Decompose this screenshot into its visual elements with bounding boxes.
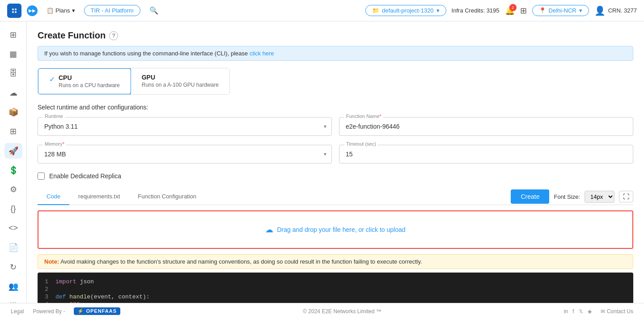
apps-grid-icon[interactable]: ⊞ xyxy=(520,6,527,16)
code-line-3: 3 def handle(event, context): xyxy=(38,293,633,301)
folder-icon: 📁 xyxy=(372,7,379,14)
section-label: Select runtime and other configurations: xyxy=(38,104,633,111)
sidebar-item-billing[interactable]: 💲 xyxy=(4,162,22,178)
footer-legal[interactable]: Legal xyxy=(11,308,24,315)
chevron-down-icon: ▾ xyxy=(579,7,582,14)
runtime-select[interactable]: Python 3.11 Python 3.10 Python 3.9 Node.… xyxy=(38,117,332,136)
twitter-icon[interactable]: 𝕏 xyxy=(579,308,583,315)
sidebar-item-grid[interactable]: ⊞ xyxy=(4,124,22,139)
sidebar-item-storage[interactable]: 📦 xyxy=(4,104,22,120)
page-title-area: Create Function ? xyxy=(38,30,633,41)
svg-rect-3 xyxy=(12,11,14,13)
location-icon: 📍 xyxy=(539,7,546,14)
note-label: Note: xyxy=(44,258,59,265)
sidebar: ⊞ ▦ 🗄 ☁ 📦 ⊞ 🚀 💲 ⚙ {} <> 📄 ↻ 👥 🛡 xyxy=(0,21,27,319)
memory-field: Memory* 128 MB 256 MB 512 MB 1 GB ▾ xyxy=(38,145,332,164)
tab-actions: Create Font Size: 12px 13px 14px 16px 18… xyxy=(511,189,633,204)
app-logo xyxy=(7,4,21,18)
code-line-2: 2 xyxy=(38,285,633,293)
info-banner: If you wish to manage functions using th… xyxy=(38,46,633,61)
hw-option-gpu[interactable]: GPU Runs on a A-100 GPU hardware xyxy=(131,68,229,94)
page-title: Create Function xyxy=(38,30,106,41)
topnav: ▶▶ 📋 Plans ▾ TIR - AI Platform 🔍 📁 defau… xyxy=(0,0,644,21)
sidebar-item-cloud[interactable]: ☁ xyxy=(4,85,22,101)
sidebar-item-servers[interactable]: ▦ xyxy=(4,46,22,62)
upload-text: Drag and drop your file here, or click t… xyxy=(277,226,405,233)
openfaas-icon: ⚡ xyxy=(77,308,84,314)
timeout-label: Timeout (sec) xyxy=(344,141,378,147)
region-selector[interactable]: 📍 Delhi-NCR ▾ xyxy=(532,5,589,16)
svg-rect-4 xyxy=(15,11,17,13)
function-name-field: Function Name* xyxy=(339,117,633,136)
chevron-down-icon: ▾ xyxy=(436,7,440,14)
svg-rect-1 xyxy=(12,8,14,10)
sidebar-item-functions[interactable]: 🚀 xyxy=(4,143,22,159)
replica-checkbox[interactable] xyxy=(38,172,45,180)
facebook-icon[interactable]: f xyxy=(572,308,574,315)
font-size-select[interactable]: 12px 13px 14px 16px 18px xyxy=(585,191,614,203)
replica-label[interactable]: Enable Dedicated Replica xyxy=(49,172,121,180)
notifications-bell[interactable]: 🔔 2 xyxy=(505,6,515,16)
sidebar-item-dashboard[interactable]: ⊞ xyxy=(4,27,22,42)
sidebar-item-refresh[interactable]: ↻ xyxy=(4,259,22,275)
footer: Legal Powered By - ⚡ OPENFAAS © 2024 E2E… xyxy=(0,303,644,319)
user-avatar-icon: 👤 xyxy=(594,5,606,16)
tab-code[interactable]: Code xyxy=(38,189,69,205)
platform-button[interactable]: TIR - AI Platform xyxy=(84,5,140,16)
search-icon[interactable]: 🔍 xyxy=(149,6,158,15)
replica-row: Enable Dedicated Replica xyxy=(38,172,633,180)
font-size-label: Font Size: xyxy=(554,193,580,200)
timeout-field: Timeout (sec) xyxy=(339,145,633,164)
upload-cloud-icon: ☁ xyxy=(265,225,273,235)
function-name-input[interactable] xyxy=(339,117,633,136)
footer-powered-by: Powered By - xyxy=(33,308,65,315)
footer-contact[interactable]: ✉ Contact Us xyxy=(601,308,633,315)
runtime-field: Runtime Python 3.11 Python 3.10 Python 3… xyxy=(38,117,332,136)
memory-label: Memory* xyxy=(43,141,66,147)
rss-icon[interactable]: ◈ xyxy=(588,308,592,315)
hw-cpu-desc: Runs on a CPU hardware xyxy=(59,82,120,88)
linkedin-icon[interactable]: in xyxy=(564,308,568,315)
timeout-input[interactable] xyxy=(339,145,633,164)
code-line-1: 1 import json xyxy=(38,278,633,285)
sidebar-item-api[interactable]: <> xyxy=(4,220,22,236)
memory-select[interactable]: 128 MB 256 MB 512 MB 1 GB xyxy=(38,145,332,164)
runtime-label: Runtime xyxy=(43,113,65,119)
project-selector[interactable]: 📁 default-project-1320 ▾ xyxy=(365,5,446,16)
plans-menu[interactable]: 📋 Plans ▾ xyxy=(43,5,79,16)
hw-gpu-desc: Runs on a A-100 GPU hardware xyxy=(142,82,219,88)
infra-credits: Infra Credits: 3195 xyxy=(452,7,500,14)
tabs-bar: Code requirements.txt Function Configura… xyxy=(38,189,633,205)
footer-social: in f 𝕏 ◈ xyxy=(564,308,592,315)
tab-requirements[interactable]: requirements.txt xyxy=(69,189,129,205)
sidebar-item-settings[interactable]: ⚙ xyxy=(4,182,22,197)
create-button[interactable]: Create xyxy=(511,189,549,204)
note-banner: Note: Avoid making changes to the functi… xyxy=(38,254,633,269)
openfaas-badge: ⚡ OPENFAAS xyxy=(74,307,120,315)
svg-point-0 xyxy=(11,7,18,14)
hw-cpu-name: CPU xyxy=(59,74,120,81)
cli-link[interactable]: click here xyxy=(250,50,274,57)
hw-gpu-name: GPU xyxy=(142,74,219,81)
notification-badge: 2 xyxy=(509,4,517,11)
check-icon: ✓ xyxy=(49,75,55,84)
hardware-options: ✓ CPU Runs on a CPU hardware GPU Runs on… xyxy=(38,68,230,95)
tab-function-config[interactable]: Function Configuration xyxy=(129,189,205,205)
sidebar-item-users[interactable]: 👥 xyxy=(4,278,22,294)
form-row-runtime: Runtime Python 3.11 Python 3.10 Python 3… xyxy=(38,117,633,136)
hw-option-cpu[interactable]: ✓ CPU Runs on a CPU hardware xyxy=(38,68,131,95)
fullscreen-button[interactable]: ⛶ xyxy=(619,191,633,202)
form-row-memory: Memory* 128 MB 256 MB 512 MB 1 GB ▾ Time… xyxy=(38,145,633,164)
skip-icon[interactable]: ▶▶ xyxy=(27,5,38,16)
help-icon[interactable]: ? xyxy=(109,31,118,40)
footer-copyright: © 2024 E2E Networks Limited ™ xyxy=(303,308,381,315)
user-menu[interactable]: 👤 CRN. 3277 xyxy=(594,5,637,16)
sidebar-item-files[interactable]: 📄 xyxy=(4,240,22,256)
svg-rect-2 xyxy=(15,8,17,10)
note-text: Avoid making changes to the function's s… xyxy=(60,258,422,265)
upload-area[interactable]: ☁ Drag and drop your file here, or click… xyxy=(38,210,633,249)
function-name-label: Function Name* xyxy=(344,113,383,119)
sidebar-item-database[interactable]: 🗄 xyxy=(4,66,22,81)
sidebar-item-code[interactable]: {} xyxy=(4,201,22,217)
contact-icon: ✉ xyxy=(601,308,605,315)
